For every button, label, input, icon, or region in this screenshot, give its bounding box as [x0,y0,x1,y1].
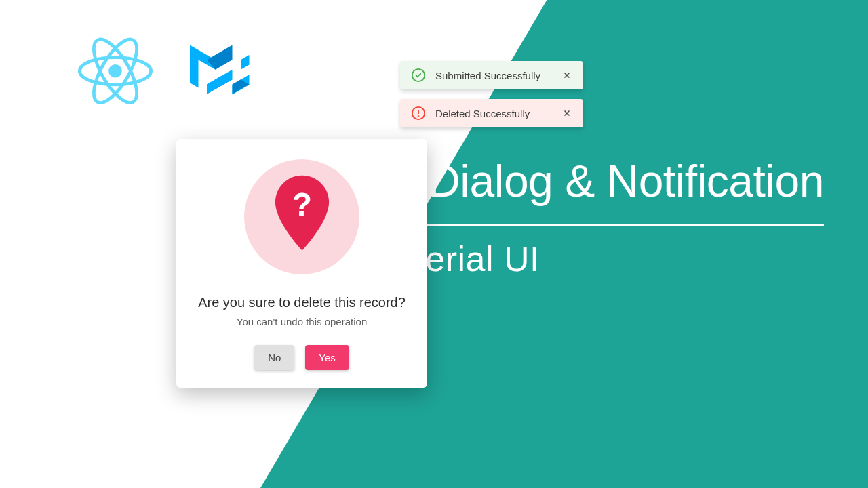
confirm-dialog: ? Are you sure to delete this record? Yo… [176,139,427,388]
dialog-subtitle: You can't undo this operation [193,316,411,327]
success-check-icon [411,68,426,83]
alert-success: Submitted Successfully [400,61,583,89]
logos-container [78,37,258,108]
react-logo-icon [78,37,153,108]
dialog-title: Are you sure to delete this record? [193,295,411,310]
svg-point-7 [418,116,419,117]
dialog-actions: No Yes [193,345,411,370]
alert-error-text: Deleted Successfully [435,108,552,119]
mui-logo-icon [190,39,258,106]
alert-success-text: Submitted Successfully [435,70,552,81]
svg-text:?: ? [292,186,311,222]
yes-button[interactable]: Yes [305,345,349,370]
alert-error-close-icon[interactable] [561,108,572,119]
no-button[interactable]: No [254,345,294,370]
alert-success-close-icon[interactable] [561,70,572,81]
alerts-container: Submitted Successfully Deleted Successfu… [400,61,583,127]
error-alert-icon [411,106,426,121]
location-question-icon: ? [270,175,334,259]
svg-point-0 [108,64,122,78]
dialog-icon-circle: ? [244,159,359,274]
alert-error: Deleted Successfully [400,99,583,127]
